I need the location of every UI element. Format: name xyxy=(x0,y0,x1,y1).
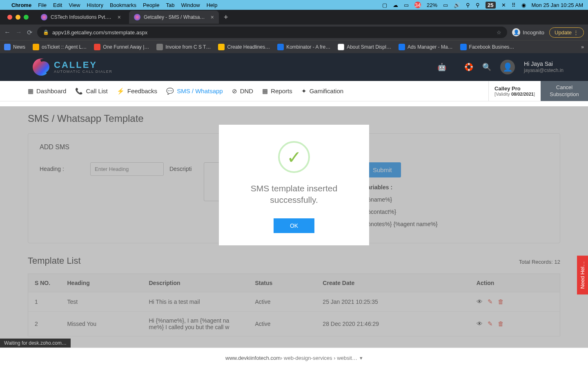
battery-icon[interactable]: ▭ xyxy=(443,2,448,8)
bookmark-favicon-icon xyxy=(338,44,344,50)
control-center-icon[interactable]: ⠿ xyxy=(512,2,516,8)
bookmark-favicon-icon xyxy=(277,44,284,50)
nav-gamification[interactable]: ✦Gamification xyxy=(301,88,343,95)
update-label: Update xyxy=(555,29,572,36)
logo-mark-icon xyxy=(33,58,50,76)
window-zoom-button[interactable] xyxy=(24,15,29,20)
lock-icon[interactable]: 🔒 xyxy=(43,29,49,35)
menu-bookmarks[interactable]: Bookmarks xyxy=(110,2,136,8)
puzzle-icon: ✦ xyxy=(301,88,307,95)
wifi-icon[interactable]: ⚲ xyxy=(466,2,470,8)
android-icon[interactable]: 🤖 xyxy=(437,63,446,72)
app-logo[interactable]: CALLEY AUTOMATIC CALL DIALER xyxy=(33,58,112,76)
success-modal: ✓ SMS template inserted successfully. OK xyxy=(219,125,369,245)
menu-file[interactable]: File xyxy=(38,2,47,8)
bookmark-favicon-icon xyxy=(4,44,11,50)
battery-percent: 22% xyxy=(427,2,437,8)
bookmark-favicon-icon xyxy=(218,44,225,50)
bookmark-item[interactable]: News xyxy=(4,44,25,50)
suggestion-domain: www.devkiinfotech.com xyxy=(225,355,281,361)
modal-ok-button[interactable]: OK xyxy=(274,218,314,233)
menu-edit[interactable]: Edit xyxy=(53,2,62,8)
header-actions: 🤖 🛟 🔍 👤 Hi Jaya Sai jayasai@cstech.in xyxy=(437,60,564,74)
bookmarks-overflow-icon[interactable]: » xyxy=(581,44,584,50)
bookmark-item[interactable]: Facebook Busines… xyxy=(460,44,514,50)
success-check-circle-icon: ✓ xyxy=(278,141,310,173)
tab-title: CSTech Infosolutions Pvt. Ltd. xyxy=(51,14,112,20)
grid-icon: ▦ xyxy=(28,88,33,95)
address-bar[interactable]: 🔒 appv18.getcalley.com/smstemplate.aspx … xyxy=(37,27,507,38)
calendar-tray-icon[interactable]: 25 xyxy=(486,2,495,9)
logo-subtitle: AUTOMATIC CALL DIALER xyxy=(54,70,112,74)
plan-name: Calley Pro xyxy=(494,85,535,92)
nav-sms-whatsapp[interactable]: 💬SMS / Whatsapp xyxy=(166,88,223,95)
tab-title: Getcalley - SMS / Whatsapp Te xyxy=(144,14,205,20)
cancel-subscription-button[interactable]: Cancel Subscription xyxy=(541,81,588,101)
bookmark-item[interactable]: About Smart Displ… xyxy=(338,44,391,50)
phone-icon: 📞 xyxy=(75,88,83,95)
new-tab-button[interactable]: + xyxy=(224,13,228,22)
bookmark-item[interactable]: Kombinator - A fre… xyxy=(277,44,330,50)
grid-icon: ▦ xyxy=(262,88,268,95)
bookmark-item[interactable]: Invoice from C S T… xyxy=(156,44,211,50)
menu-window[interactable]: Window xyxy=(181,2,200,8)
update-button[interactable]: Update ⋮ xyxy=(549,27,584,38)
menu-history[interactable]: History xyxy=(87,2,103,8)
incognito-indicator: 👤 Incognito xyxy=(512,28,544,36)
tab-close-icon[interactable]: × xyxy=(211,14,214,20)
bookmark-item[interactable]: Ads Manager - Ma… xyxy=(399,44,453,50)
avatar[interactable]: 👤 xyxy=(500,60,515,74)
bookmark-favicon-icon xyxy=(94,44,100,50)
bookmark-item[interactable]: Create Headlines… xyxy=(218,44,270,50)
chat-icon: 💬 xyxy=(166,88,174,95)
menu-view[interactable]: View xyxy=(69,2,80,8)
need-help-tab[interactable]: Need Hel… xyxy=(577,256,588,294)
cloud-tray-icon[interactable]: ☁ xyxy=(393,2,398,8)
mac-menubar: Chrome File Edit View History Bookmarks … xyxy=(0,0,588,10)
nav-dnd[interactable]: ⊘DND xyxy=(232,88,254,95)
menu-tab[interactable]: Tab xyxy=(166,2,174,8)
nav-feedbacks[interactable]: ⚡Feedbacks xyxy=(117,88,157,95)
chrome-toolbar: ← → ⟳ 🔒 appv18.getcalley.com/smstemplate… xyxy=(0,25,588,40)
bookmark-item[interactable]: osTicket :: Agent L… xyxy=(33,44,87,50)
url-text: appv18.getcalley.com/smstemplate.aspx xyxy=(52,29,493,36)
menu-people[interactable]: People xyxy=(143,2,159,8)
dropdown-icon: ▾ xyxy=(360,355,363,361)
siri-icon[interactable]: ◉ xyxy=(521,2,526,8)
notification-badge[interactable]: 34 xyxy=(414,2,421,8)
favicon-icon xyxy=(41,14,47,20)
block-icon: ⊘ xyxy=(232,88,237,95)
nav-call-list[interactable]: 📞Call List xyxy=(75,88,107,95)
menubar-app[interactable]: Chrome xyxy=(11,2,31,8)
tab-close-icon[interactable]: × xyxy=(118,14,121,20)
nav-reports[interactable]: ▦Reports xyxy=(262,88,292,95)
user-info: Hi Jaya Sai jayasai@cstech.in xyxy=(524,60,564,74)
window-close-button[interactable] xyxy=(7,15,12,20)
browser-status-bar: Waiting for desk.zoho.com… xyxy=(0,339,71,348)
user-greeting: Hi Jaya Sai xyxy=(524,60,564,67)
plan-validity: [Validity 08/02/2021] xyxy=(494,92,535,96)
modal-message: SMS template inserted successfully. xyxy=(230,183,358,206)
tool-tray-icon[interactable]: ✕ xyxy=(501,2,506,8)
zoom-tray-icon[interactable]: ▢ xyxy=(382,2,387,8)
forward-button[interactable]: → xyxy=(16,29,22,36)
menubar-datetime[interactable]: Mon 25 Jan 10:25 AM xyxy=(532,2,583,8)
reload-button[interactable]: ⟳ xyxy=(27,29,32,36)
search-icon[interactable]: ⚲ xyxy=(476,2,480,8)
search-icon[interactable]: 🔍 xyxy=(482,63,491,72)
nav-dashboard[interactable]: ▦Dashboard xyxy=(28,88,66,95)
menu-dots-icon: ⋮ xyxy=(573,29,579,36)
display-tray-icon[interactable]: ▭ xyxy=(404,2,409,8)
chrome-tabstrip: CSTech Infosolutions Pvt. Ltd. × Getcall… xyxy=(0,10,588,25)
bookmark-item[interactable]: One Funnel Away |… xyxy=(94,44,149,50)
back-button[interactable]: ← xyxy=(4,29,11,36)
browser-tab-active[interactable]: Getcalley - SMS / Whatsapp Te × xyxy=(129,11,219,24)
app-nav: ▦Dashboard 📞Call List ⚡Feedbacks 💬SMS / … xyxy=(0,81,588,101)
browser-tab[interactable]: CSTech Infosolutions Pvt. Ltd. × xyxy=(36,11,126,24)
search-suggestion[interactable]: www.devkiinfotech.com › web-design-servi… xyxy=(0,348,588,368)
bookmark-star-icon[interactable]: ☆ xyxy=(497,29,501,36)
window-minimize-button[interactable] xyxy=(16,15,20,20)
support-icon[interactable]: 🛟 xyxy=(464,63,473,72)
volume-icon[interactable]: 🔊 xyxy=(454,2,460,8)
menu-help[interactable]: Help xyxy=(207,2,218,8)
